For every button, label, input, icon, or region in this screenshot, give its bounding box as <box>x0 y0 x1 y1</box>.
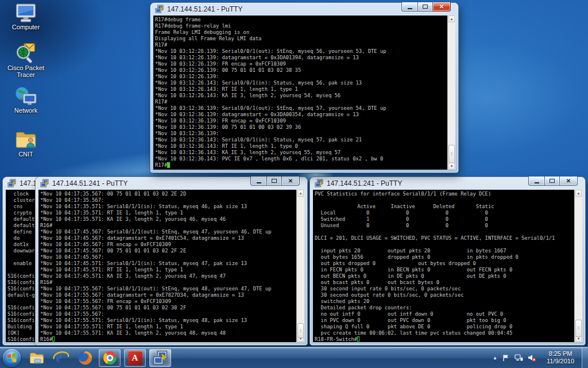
terminal-line: *Nov 10 04:17:35.567: 00 75 01 01 01 03 … <box>40 191 296 197</box>
minimize-button[interactable] <box>528 177 544 186</box>
scroll-up-arrow[interactable]: ▴ <box>448 16 455 22</box>
scroll-down-arrow[interactable]: ▾ <box>448 163 455 170</box>
putty-icon <box>40 179 49 190</box>
terminal-line: *Nov 10 03:12:26.139: Serial0/0/1(out): … <box>155 48 447 55</box>
window-title: 147.144.51.241 - PuTTY <box>167 5 242 13</box>
firefox-icon <box>78 350 93 366</box>
terminal-line <box>315 241 574 248</box>
taskbar-internet-explorer[interactable]: e <box>52 348 70 367</box>
taskbar-button-putty[interactable] <box>149 349 171 367</box>
close-button[interactable]: ✕ <box>282 177 300 186</box>
terminal-line: *Nov 10 03:12:36.143: Serial0/0/1(in): S… <box>155 137 447 143</box>
terminal-line: in FECN pkts 0 in BECN pkts 0 out FECN p… <box>315 267 574 273</box>
scrollbar[interactable]: ▴ ▾ <box>447 16 455 170</box>
terminal-line: pvc create time 00:06:02, last time pvc … <box>315 330 574 336</box>
show-desktop-button[interactable] <box>582 347 588 368</box>
terminal-line: *Nov 10 03:12:26.139: <box>155 74 447 80</box>
action-center-flag-icon[interactable] <box>501 353 510 362</box>
terminal-line: input pkts 20 output pkts 20 in bytes 16… <box>315 248 574 254</box>
minimize-button[interactable] <box>250 177 266 186</box>
taskbar: e A ▲ <box>0 347 588 368</box>
putty-icon <box>7 179 16 190</box>
terminal-line: *Nov 10 03:12:36.139: FR encap = 0xFCF10… <box>155 118 447 124</box>
terminal-line: *Nov 10 03:12:26.139: datagramstart = 0x… <box>155 55 447 61</box>
show-hidden-icons-button[interactable]: ▲ <box>493 355 497 361</box>
scrollbar[interactable]: ▴ ▾ <box>296 190 304 342</box>
maximize-button[interactable] <box>266 177 282 186</box>
terminal-line: 30 second output rate 0 bits/sec, 0 pack… <box>315 292 574 298</box>
terminal-line: *Nov 10 03:12:36.143: PVC IE 0x7 , lengt… <box>155 156 447 162</box>
taskbar-clock[interactable]: 8:25 PM 11/9/2010 <box>543 350 578 365</box>
taskbar-button-chrome[interactable] <box>99 349 121 367</box>
terminal-screen[interactable]: R17#debug frameR17#debug frame-relay lmi… <box>153 16 455 170</box>
terminal-line: *Nov 10 04:17:45.567: <box>40 254 296 260</box>
putty-window-r18-fr-switch[interactable]: 147.144.51.241 - PuTTY ✕ PVC Statistics … <box>310 177 585 345</box>
taskbar-firefox[interactable] <box>76 348 94 367</box>
desktop-icon-cnit-folder[interactable]: CNIT <box>1 129 51 158</box>
terminal-line: Frame Relay LMI debugging is on <box>155 29 447 36</box>
maximize-button[interactable] <box>544 177 560 186</box>
desktop-icon-label: Network <box>3 107 48 114</box>
terminal-screen[interactable]: *Nov 10 04:17:35.567: 00 75 01 01 01 03 … <box>38 190 304 342</box>
scroll-thumb[interactable] <box>297 323 304 338</box>
terminal-line: *Nov 10 04:17:45.567: datagramstart = 0x… <box>40 235 296 241</box>
scroll-up-arrow[interactable]: ▴ <box>575 190 582 197</box>
terminal-line: R16# <box>40 223 296 229</box>
scrollbar[interactable]: ▴ ▾ <box>574 190 582 342</box>
putty-window-r17[interactable]: 147.144.51.241 - PuTTY ✕ R17#debug frame… <box>150 3 458 172</box>
explorer-folder-icon <box>29 351 45 365</box>
terminal-line: Switched 1 0 0 0 <box>315 216 574 223</box>
start-button[interactable] <box>3 349 21 367</box>
adobe-reader-icon: A <box>128 351 142 365</box>
terminal-line: *Nov 10 03:12:26.143: Serial0/0/1(in): S… <box>155 80 447 86</box>
titlebar[interactable]: 147.144.51.241 - PuTTY ✕ <box>38 177 304 190</box>
terminal-line: *Nov 10 03:12:26.139: FR encap = 0xFCF10… <box>155 61 447 67</box>
titlebar[interactable]: 147.144.51.241 - PuTTY ✕ <box>313 177 582 190</box>
terminal-line: *Nov 10 03:12:26.139: 00 75 01 01 01 03 … <box>155 67 447 74</box>
internet-explorer-icon: e <box>53 350 69 366</box>
scroll-thumb[interactable] <box>575 320 582 337</box>
terminal-line: *Nov 10 04:17:35.571: RT IE 1, length 1,… <box>40 210 296 216</box>
desktop-icon-network[interactable]: Network <box>1 86 51 114</box>
scroll-up-arrow[interactable]: ▴ <box>297 190 304 197</box>
volume-muted-icon[interactable] <box>527 353 537 362</box>
terminal-line: Detailed packet drop counters: <box>315 305 574 311</box>
scroll-thumb[interactable] <box>448 145 455 163</box>
terminal-line: Displaying all Frame Relay LMI data <box>155 36 447 42</box>
window-title: 147.144.51.241 - PuTTY <box>52 179 127 187</box>
maximize-button[interactable] <box>417 2 433 12</box>
terminal-line: *Nov 10 04:17:45.571: KA IE 3, length 2,… <box>40 273 296 279</box>
terminal-line: *Nov 10 03:12:26.143: RT IE 1, length 1,… <box>155 86 447 93</box>
taskbar-button-adobe-reader[interactable]: A <box>124 349 146 367</box>
terminal-line: *Nov 10 03:12:26.143: KA IE 3, length 2,… <box>155 93 447 99</box>
close-button[interactable]: ✕ <box>560 177 578 186</box>
cisco-packet-tracer-icon <box>1 41 51 63</box>
putty-window-r16[interactable]: 147.144.51.241 - PuTTY ✕ *Nov 10 04:17:3… <box>36 177 307 345</box>
minimize-button[interactable] <box>401 2 417 12</box>
terminal-line: *Nov 10 04:17:55.567: Serial0/1/1(out): … <box>40 286 296 292</box>
desktop-icon-cisco-packet-tracer[interactable]: Cisco Packet Tracer <box>1 41 51 78</box>
titlebar[interactable]: 147.144.51.241 - PuTTY ✕ <box>153 3 455 16</box>
terminal-line: no out intf 0 out intf down 0 no out PVC… <box>315 311 574 317</box>
terminal-line: shaping Q full 0 pkt above DE 0 policing… <box>315 324 574 330</box>
terminal-line: *Nov 10 04:17:55.571: RT IE 1, length 1,… <box>40 324 296 330</box>
terminal-cursor <box>52 336 55 342</box>
terminal-line: in PVC down 0 out PVC down 0 pkt too big… <box>315 317 574 324</box>
prompt-line: R18-FR-Switch# <box>315 336 574 342</box>
network-tray-icon[interactable] <box>514 353 524 362</box>
terminal-line: out pkts dropped 0 out bytes dropped 0 <box>315 260 574 267</box>
chrome-icon <box>103 351 117 365</box>
terminal-line: *Nov 10 04:17:55.571: KA IE 3, length 2,… <box>40 330 296 336</box>
terminal-screen[interactable]: PVC Statistics for interface Serial0/1/1… <box>313 190 582 342</box>
terminal-line: R17# <box>155 42 447 48</box>
terminal-cursor <box>167 162 170 168</box>
caption-buttons: ✕ <box>401 2 451 12</box>
terminal-line: *Nov 10 04:17:45.571: RT IE 1, length 1,… <box>40 267 296 273</box>
terminal-line: Local 0 0 0 0 <box>315 210 574 216</box>
close-button[interactable]: ✕ <box>433 2 451 12</box>
desktop-icon-computer[interactable]: Computer <box>1 3 51 30</box>
taskbar-windows-explorer[interactable] <box>28 348 46 367</box>
terminal-line: Unused 0 0 0 0 <box>315 223 574 229</box>
terminal-line: *Nov 10 04:17:55.571: Serial0/1/1(in): S… <box>40 317 296 324</box>
desktop: Computer Cisco Packet Tracer Network <box>0 0 588 368</box>
